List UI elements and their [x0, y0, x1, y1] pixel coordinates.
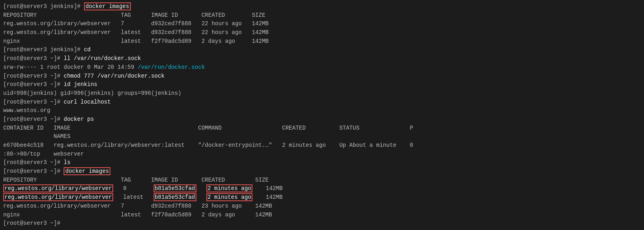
highlighted-imgid-2: b81a5e53cfad [154, 193, 196, 201]
prompt-10: [root@server3 ~]# [3, 81, 64, 88]
row-size-2: 142MB [252, 194, 283, 200]
container-row-1: e670bee4c518 reg.westos.org/library/webs… [3, 142, 413, 148]
highlighted-created-2: 2 minutes ago [206, 193, 252, 201]
line-18: :80->80/tcp webserver [3, 150, 641, 159]
line-13: www.westos.org [3, 106, 641, 115]
prompt-12: [root@server3 ~]# [3, 99, 64, 105]
prompt-6: [root@server3 jenkins]# [3, 46, 84, 53]
image-row-3: nginx latest f2f70adc5d89 2 days ago 142… [3, 38, 269, 44]
image-row-5: nginx latest f2f70adc5d89 2 days ago 142… [3, 212, 272, 218]
line-16: NAMES [3, 132, 641, 141]
line-24: reg.westos.org/library/webserver 7 d932c… [3, 202, 641, 211]
row-tag-2: latest [113, 194, 154, 200]
line-4: reg.westos.org/library/webserver latest … [3, 28, 641, 37]
line-5: nginx latest f2f70adc5d89 2 days ago 142… [3, 37, 641, 46]
ll-output: srw-rw---- 1 root docker 0 Mar 20 14:59 [3, 64, 138, 70]
highlighted-created-1: 2 minutes ago [206, 184, 252, 192]
image-row-1: reg.westos.org/library/webserver 7 d932c… [3, 20, 269, 27]
prompt-20: [root@server3 ~]# [3, 168, 64, 174]
line-1: [root@server3 jenkins]# docker images [3, 2, 641, 11]
row-sep-2 [196, 194, 206, 200]
line-19: [root@server3 ~]# ls [3, 158, 641, 167]
cmd-docker-images-2: docker images [64, 167, 110, 175]
prompt-1: [root@server3 jenkins]# [3, 3, 84, 10]
line-11: uid=998(jenkins) gid=996(jenkins) groups… [3, 89, 641, 98]
line-21: REPOSITORY TAG IMAGE ID CREATED SIZE [3, 176, 641, 185]
ps-header-2: NAMES [3, 133, 70, 140]
image-row-2: reg.westos.org/library/webserver latest … [3, 29, 269, 36]
line-2: REPOSITORY TAG IMAGE ID CREATED SIZE [3, 11, 641, 20]
cmd-docker-ps: docker ps [64, 116, 94, 122]
line-12: [root@server3 ~]# curl localhost [3, 98, 641, 107]
cmd-ll: ll /var/run/docker.sock [64, 55, 141, 62]
line-17: e670bee4c518 reg.westos.org/library/webs… [3, 141, 641, 150]
cmd-id: id jenkins [64, 81, 97, 88]
line-8: srw-rw---- 1 root docker 0 Mar 20 14:59 … [3, 63, 641, 72]
line-7: [root@server3 ~]# ll /var/run/docker.soc… [3, 54, 641, 63]
line-23: reg.westos.org/library/webserver latest … [3, 193, 641, 202]
line-22: reg.westos.org/library/webserver 8 b81a5… [3, 184, 641, 193]
line-25: nginx latest f2f70adc5d89 2 days ago 142… [3, 211, 641, 220]
highlighted-imgid-1: b81a5e53cfad [154, 184, 196, 192]
docker-sock-path: /var/run/docker.sock [138, 64, 205, 70]
cmd-curl: curl localhost [64, 99, 111, 105]
row-sep-1 [196, 185, 206, 192]
cmd-cd: cd [84, 46, 91, 53]
line-14: [root@server3 ~]# docker ps [3, 115, 641, 124]
images-header-1: REPOSITORY TAG IMAGE ID CREATED SIZE [3, 12, 265, 18]
line-3: reg.westos.org/library/webserver 7 d932c… [3, 20, 641, 28]
highlighted-repo-1: reg.westos.org/library/webserver [3, 184, 113, 192]
line-6: [root@server3 jenkins]# cd [3, 46, 641, 54]
cmd-chmod: chmod 777 /var/run/docker.sock [64, 73, 164, 79]
line-20: [root@server3 ~]# docker images [3, 167, 641, 176]
image-row-4: reg.westos.org/library/webserver 7 d932c… [3, 203, 272, 209]
final-prompt: [root@server3 ~]# [3, 220, 64, 226]
row-tag-1: 8 [113, 185, 154, 192]
prompt-14: [root@server3 ~]# [3, 116, 64, 122]
line-10: [root@server3 ~]# id jenkins [3, 80, 641, 89]
line-26: [root@server3 ~]# [3, 219, 641, 228]
prompt-19: [root@server3 ~]# [3, 159, 64, 166]
row-size-1: 142MB [252, 185, 283, 192]
terminal-window: [root@server3 jenkins]# docker images RE… [0, 0, 644, 230]
line-9: [root@server3 ~]# chmod 777 /var/run/doc… [3, 72, 641, 81]
cmd-ls: ls [64, 159, 70, 166]
cmd-docker-images-1: docker images [84, 2, 131, 10]
container-row-1-cont: :80->80/tcp webserver [3, 151, 84, 157]
ps-header-1: CONTAINER ID IMAGE COMMAND CREATED STATU… [3, 125, 413, 131]
images-header-2: REPOSITORY TAG IMAGE ID CREATED SIZE [3, 177, 269, 183]
highlighted-repo-2: reg.westos.org/library/webserver [3, 193, 113, 201]
curl-output: www.westos.org [3, 107, 50, 114]
line-15: CONTAINER ID IMAGE COMMAND CREATED STATU… [3, 124, 641, 133]
prompt-9: [root@server3 ~]# [3, 73, 64, 79]
id-output: uid=998(jenkins) gid=996(jenkins) groups… [3, 90, 181, 96]
prompt-7: [root@server3 ~]# [3, 55, 64, 62]
